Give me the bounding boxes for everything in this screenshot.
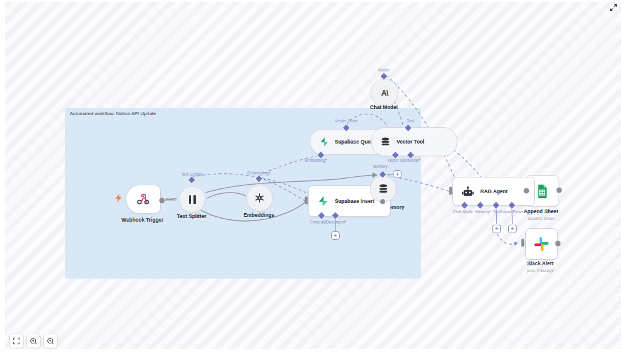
query-vector-store-label: Vector Store: [335, 119, 357, 123]
chat-model-label: Chat Model: [370, 104, 398, 110]
supabase-icon: [319, 137, 329, 147]
node-text-splitter[interactable]: [179, 186, 206, 213]
zoom-out-button[interactable]: [43, 334, 58, 348]
supabase-insert-title: Supabase Insert: [335, 198, 375, 204]
webhook-icon: [136, 193, 150, 206]
append-sheet-output-dot[interactable]: [557, 188, 562, 193]
fit-view-icon: [13, 337, 20, 345]
text-splitter-label: Text Splitter: [177, 213, 207, 219]
insert-add-button[interactable]: +: [331, 231, 340, 240]
embeddings-label: Embeddings: [243, 212, 274, 218]
webhook-trigger-label: Webhook Trigger: [121, 217, 163, 223]
database-icon: [378, 184, 389, 194]
chat-model-port-label: Model: [378, 68, 390, 72]
node-webhook-trigger[interactable]: [126, 185, 161, 214]
rag-tool-add-button[interactable]: +: [492, 225, 501, 233]
rag-port-tool: .Too: [492, 210, 500, 214]
append-sheet-subtitle: append: sheet: [528, 216, 554, 220]
slack-output-dot[interactable]: [556, 241, 561, 247]
database-icon: [380, 137, 391, 147]
google-sheets-icon: [536, 184, 548, 199]
expand-button[interactable]: [608, 2, 619, 13]
slack-alert-label: Slack Alert: [527, 260, 554, 266]
node-vector-tool[interactable]: Vector Tool: [371, 127, 457, 156]
vector-tool-bottom-labels: Vector StorModel*: [388, 158, 421, 162]
vector-tool-tool-label: Tool: [407, 119, 414, 123]
webhook-output-label: POST: [166, 197, 177, 202]
node-window-memory[interactable]: [370, 176, 397, 202]
query-embedding-label: Embedding*: [304, 158, 327, 162]
workflow-canvas[interactable]: Automated workflow: Notion API Update: [0, 0, 621, 364]
expand-icon: [609, 4, 617, 12]
splitter-icon: [189, 195, 192, 204]
node-chat-model[interactable]: A\: [371, 79, 398, 107]
rag-agent-output-dot[interactable]: [524, 188, 529, 194]
supabase-query-title: Supabase Query: [335, 139, 375, 145]
node-slack-alert[interactable]: [525, 228, 558, 260]
slack-icon: [534, 236, 549, 252]
append-sheet-label: Append Sheet: [523, 208, 558, 214]
supabase-icon: [317, 196, 329, 207]
rag-port-chat-model: Chat Mode: [452, 210, 472, 214]
window-memory-bottom-dot[interactable]: [380, 199, 385, 204]
memory-add-button[interactable]: +: [394, 170, 401, 178]
insert-port-labels: EmbeddiDocument*: [310, 220, 346, 224]
rag-agent-title: RAG Agent: [480, 188, 508, 194]
vector-tool-title: Vector Tool: [397, 139, 425, 145]
anthropic-icon: A\: [381, 88, 388, 98]
rag-port-output-parser: Output Parse: [499, 210, 523, 214]
splitter-icon: [193, 195, 196, 204]
supabase-insert-input-bar[interactable]: [305, 197, 308, 205]
rag-port-memory: Memory*: [475, 210, 491, 214]
window-memory-port-label: Memory: [373, 164, 388, 168]
robot-icon: [462, 185, 474, 198]
node-embeddings[interactable]: [246, 185, 273, 211]
webhook-output-dot[interactable]: [159, 198, 165, 204]
rag-output-add-button[interactable]: +: [508, 225, 517, 233]
zoom-in-icon: [30, 337, 38, 345]
fit-view-button[interactable]: [9, 334, 24, 348]
zoom-out-icon: [47, 337, 55, 345]
slack-input-bar[interactable]: [522, 239, 525, 247]
zoom-in-button[interactable]: [26, 334, 41, 348]
trigger-bolt-icon: [115, 194, 123, 202]
slack-alert-subtitle: post: message: [527, 268, 554, 273]
rag-agent-input-bar[interactable]: [449, 187, 452, 195]
workflow-group-label: Automated workflow: Notion API Update: [70, 111, 156, 116]
openai-icon: [253, 192, 266, 204]
